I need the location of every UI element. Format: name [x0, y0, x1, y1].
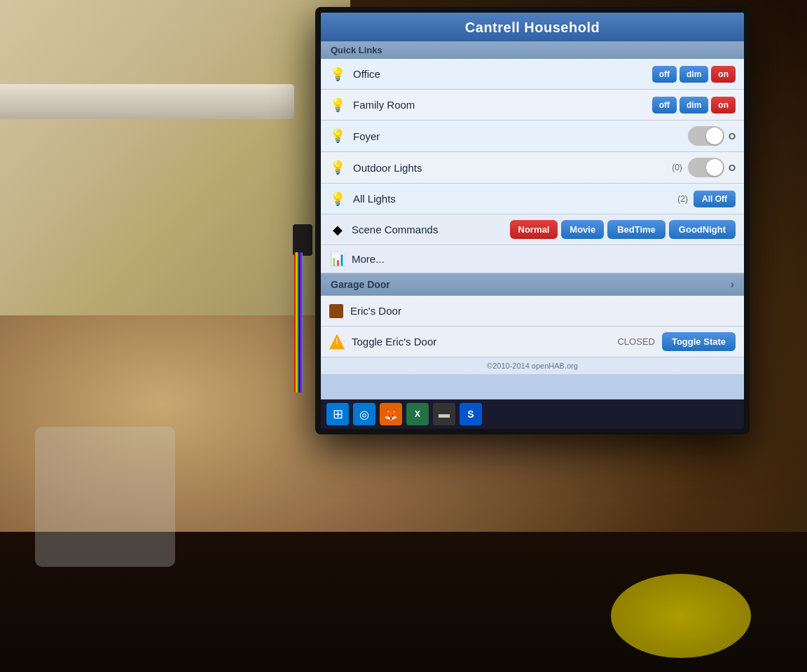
family-room-off-button[interactable]: off: [652, 97, 677, 114]
erics-door-item: Eric's Door: [321, 296, 744, 327]
family-room-icon: 💡: [329, 97, 346, 113]
footer: ©2010-2014 openHAB.org: [321, 357, 744, 374]
erics-door-label: Eric's Door: [350, 305, 736, 317]
office-off-button[interactable]: off: [652, 66, 677, 83]
bag-area: [35, 427, 175, 567]
foyer-item: 💡 Foyer O: [321, 121, 744, 152]
office-controls: off dim on: [652, 66, 736, 83]
scene-bedtime-button[interactable]: BedTime: [607, 220, 665, 239]
scene-label: Scene Commands: [352, 224, 504, 235]
door-status: CLOSED: [617, 336, 654, 347]
toggle-state-button[interactable]: Toggle State: [662, 332, 736, 351]
outdoor-toggle-o: O: [729, 163, 736, 173]
garage-door-header[interactable]: Garage Door ›: [321, 273, 744, 296]
foyer-icon: 💡: [329, 128, 346, 144]
outdoor-lights-item: 💡 Outdoor Lights (0) O: [321, 152, 744, 184]
excel-taskbar-icon[interactable]: X: [406, 403, 429, 425]
family-room-label: Family Room: [353, 99, 645, 111]
more-icon: 📊: [329, 252, 346, 267]
scene-buttons: Normal Movie BedTime GoodNight: [510, 220, 736, 239]
monitor: Cantrell Household Quick Links 💡 Office …: [315, 7, 750, 434]
scene-icon: ◆: [329, 222, 346, 238]
office-label: Office: [353, 68, 645, 80]
all-lights-label: All Lights: [353, 193, 670, 205]
outdoor-toggle-thumb: [706, 159, 723, 176]
outdoor-lights-count: (0): [672, 163, 682, 172]
yellow-object: [611, 574, 751, 658]
toggle-erics-door-item: ! Toggle Eric's Door CLOSED Toggle State: [321, 327, 744, 357]
dark-taskbar-icon[interactable]: ▬: [433, 403, 455, 425]
all-lights-alloff-button[interactable]: All Off: [694, 191, 736, 207]
toggle-door-label: Toggle Eric's Door: [352, 336, 610, 348]
family-room-dim-button[interactable]: dim: [680, 97, 708, 114]
scene-normal-button[interactable]: Normal: [510, 220, 558, 239]
foyer-label: Foyer: [353, 130, 681, 142]
windows-taskbar-icon[interactable]: ⊞: [326, 403, 349, 425]
outdoor-lights-icon: 💡: [329, 160, 346, 175]
more-item[interactable]: 📊 More...: [321, 245, 744, 273]
app-content: Quick Links 💡 Office off dim on 💡 Family…: [321, 41, 744, 374]
app-title: Cantrell Household: [465, 20, 600, 35]
all-lights-item: 💡 All Lights (2) All Off: [321, 184, 744, 214]
more-label: More...: [352, 253, 736, 265]
office-item: 💡 Office off dim on: [321, 59, 744, 90]
scene-movie-button[interactable]: Movie: [561, 220, 604, 239]
firefox-taskbar-icon[interactable]: 🦊: [380, 403, 402, 425]
app-header: Cantrell Household: [321, 13, 744, 41]
foyer-toggle-container: O: [688, 126, 736, 146]
outdoor-toggle[interactable]: [688, 158, 724, 177]
door-icon: [329, 304, 343, 318]
foyer-toggle-o: O: [729, 131, 736, 142]
family-room-on-button[interactable]: on: [711, 97, 736, 114]
foyer-toggle-thumb: [706, 128, 723, 144]
all-lights-icon: 💡: [329, 191, 346, 207]
all-lights-controls: (2) All Off: [677, 191, 736, 207]
foyer-toggle[interactable]: [688, 126, 724, 146]
scene-goodnight-button[interactable]: GoodNight: [669, 220, 736, 239]
blue-taskbar-icon[interactable]: S: [460, 403, 482, 425]
garage-door-label: Garage Door: [331, 279, 390, 290]
taskbar: ⊞ ◎ 🦊 X ▬ S: [321, 399, 744, 429]
baseboard: [0, 84, 294, 119]
office-on-button[interactable]: on: [711, 66, 736, 83]
chevron-right-icon: ›: [731, 278, 734, 291]
outdoor-lights-label: Outdoor Lights: [353, 162, 665, 174]
wire-bundle: [294, 252, 303, 392]
family-room-item: 💡 Family Room off dim on: [321, 90, 744, 121]
office-dim-button[interactable]: dim: [680, 66, 708, 83]
all-lights-count: (2): [677, 194, 688, 204]
foyer-controls: O: [688, 126, 736, 146]
monitor-screen: Cantrell Household Quick Links 💡 Office …: [321, 13, 744, 405]
outdoor-lights-controls: (0) O: [672, 158, 736, 177]
scene-commands-item: ◆ Scene Commands Normal Movie BedTime Go…: [321, 214, 744, 245]
outdoor-toggle-container: O: [688, 158, 736, 177]
warning-icon: !: [329, 334, 345, 350]
outlook-taskbar-icon[interactable]: ◎: [353, 403, 375, 425]
quick-links-header: Quick Links: [321, 41, 744, 59]
office-icon: 💡: [329, 67, 346, 82]
rfid-sensor: [293, 224, 312, 256]
openhab-app: Cantrell Household Quick Links 💡 Office …: [321, 13, 744, 405]
copyright-text: ©2010-2014 openHAB.org: [329, 362, 736, 370]
family-room-controls: off dim on: [652, 97, 736, 114]
